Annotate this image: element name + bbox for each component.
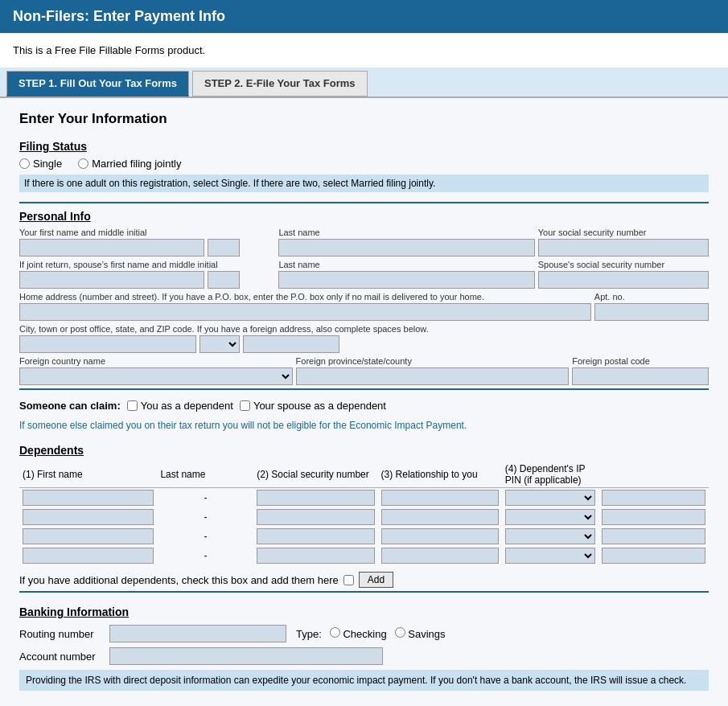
foreign-country-select[interactable] — [19, 367, 293, 385]
spouse-first-name-field: If joint return, spouse's first name and… — [19, 260, 275, 289]
dep-row-1: - — [19, 488, 709, 508]
account-input[interactable] — [109, 647, 383, 665]
routing-input[interactable] — [109, 625, 286, 642]
dep-lastname-3[interactable] — [257, 528, 374, 544]
tabs-bar: STEP 1. Fill Out Your Tax Forms STEP 2. … — [0, 68, 728, 98]
checking-label[interactable]: Checking — [330, 627, 387, 640]
last-name-input[interactable] — [278, 239, 534, 257]
dep-lastname-2[interactable] — [257, 509, 374, 525]
claim-you-checkbox[interactable] — [127, 400, 138, 411]
filing-status-hint: If there is one adult on this registrati… — [19, 174, 709, 192]
banking-label: Banking Information — [19, 605, 709, 618]
spouse-first-name-input[interactable] — [19, 271, 204, 289]
filing-status-section: Filing Status Single Married filing join… — [19, 140, 709, 203]
dep-col-ssn: (2) Social security number — [253, 462, 377, 488]
claim-you-label[interactable]: You as a dependent — [127, 400, 233, 412]
section-title: Enter Your Information — [19, 111, 709, 127]
foreign-province-input[interactable] — [296, 367, 570, 385]
dep-ssn-1[interactable] — [381, 490, 499, 506]
spouse-ssn-field: Spouse's social security number — [538, 260, 709, 289]
address-row: Home address (number and street). If you… — [19, 292, 709, 321]
address-input[interactable] — [19, 303, 591, 321]
banking-section: Banking Information Routing number Type:… — [19, 605, 709, 691]
city-input[interactable] — [19, 335, 196, 353]
dep-lastname-4[interactable] — [257, 548, 374, 564]
dep-firstname-2[interactable] — [23, 509, 154, 525]
dep-col-relationship: (3) Relationship to you — [378, 462, 502, 488]
savings-text: Savings — [408, 628, 445, 640]
foreign-postal-label: Foreign postal code — [572, 356, 709, 366]
dep-relationship-2[interactable] — [505, 509, 595, 525]
address-label: Home address (number and street). If you… — [19, 292, 591, 302]
personal-info-section: Personal Info Your first name and middle… — [19, 210, 709, 385]
claim-you-text: You as a dependent — [141, 400, 233, 412]
spouse-last-name-input[interactable] — [278, 271, 534, 289]
apt-input[interactable] — [594, 303, 709, 321]
tab-step1[interactable]: STEP 1. Fill Out Your Tax Forms — [6, 71, 189, 96]
add-dep-note: If you have additional dependents, check… — [19, 574, 339, 586]
first-name-input[interactable] — [19, 239, 204, 257]
last-name-field: Last name — [278, 228, 534, 257]
dep-pin-4[interactable] — [602, 548, 705, 564]
checking-text: Checking — [343, 628, 386, 640]
dep-row-2: - — [19, 507, 709, 527]
radio-single-label: Single — [33, 158, 62, 170]
middle-initial-input[interactable] — [208, 239, 240, 257]
radio-married-input[interactable] — [78, 158, 88, 169]
personal-info-divider — [19, 388, 709, 390]
apt-label: Apt. no. — [594, 292, 709, 302]
foreign-postal-field: Foreign postal code — [572, 356, 709, 385]
spouse-first-name-label: If joint return, spouse's first name and… — [19, 260, 275, 269]
account-label: Account number — [19, 651, 100, 663]
add-dep-checkbox[interactable] — [343, 575, 354, 585]
dep-pin-3[interactable] — [602, 528, 705, 544]
dep-col-lastname: Last name — [157, 462, 253, 488]
zip-input[interactable] — [243, 335, 339, 353]
foreign-row: Foreign country name Foreign province/st… — [19, 356, 709, 385]
radio-married[interactable]: Married filing jointly — [78, 158, 181, 170]
apt-field: Apt. no. — [594, 292, 709, 321]
state-select[interactable] — [199, 335, 240, 353]
radio-single-input[interactable] — [19, 158, 30, 169]
dep-pin-1[interactable] — [602, 490, 705, 506]
dependents-label: Dependents — [19, 444, 709, 457]
dep-relationship-1[interactable] — [505, 490, 595, 506]
foreign-postal-input[interactable] — [572, 367, 709, 385]
spouse-middle-initial-input[interactable] — [208, 271, 240, 289]
dep-row-3: - — [19, 527, 709, 546]
radio-single[interactable]: Single — [19, 158, 62, 170]
dep-relationship-4[interactable] — [505, 548, 595, 564]
account-row: Account number — [19, 647, 709, 665]
dependents-table: (1) First name Last name (2) Social secu… — [19, 462, 709, 565]
dep-ssn-2[interactable] — [381, 509, 499, 525]
name-row-2: If joint return, spouse's first name and… — [19, 260, 709, 289]
claim-spouse-checkbox[interactable] — [240, 400, 250, 411]
dep-relationship-3[interactable] — [505, 528, 595, 544]
dep-ssn-3[interactable] — [381, 528, 499, 544]
add-dep-button[interactable]: Add — [359, 572, 393, 588]
dep-col-firstname: (1) First name — [19, 462, 157, 488]
dep-lastname-1[interactable] — [257, 490, 374, 506]
subtitle-text: This is a Free File Fillable Forms produ… — [13, 44, 205, 56]
dep-ssn-4[interactable] — [381, 548, 499, 564]
page-header: Non-Filers: Enter Payment Info — [0, 0, 728, 33]
banking-divider — [19, 591, 709, 593]
savings-label[interactable]: Savings — [395, 627, 446, 640]
dep-firstname-3[interactable] — [23, 528, 154, 544]
ssn-input[interactable] — [538, 239, 709, 257]
add-dep-row: If you have additional dependents, check… — [19, 572, 709, 588]
spouse-ssn-input[interactable] — [538, 271, 709, 289]
checking-radio[interactable] — [330, 627, 340, 638]
page-title: Non-Filers: Enter Payment Info — [13, 8, 715, 25]
tab-step2[interactable]: STEP 2. E-File Your Tax Forms — [192, 71, 368, 96]
claim-spouse-label[interactable]: Your spouse as a dependent — [240, 400, 386, 412]
personal-info-label: Personal Info — [19, 210, 709, 223]
dep-pin-2[interactable] — [602, 509, 705, 525]
spouse-ssn-label: Spouse's social security number — [538, 260, 709, 269]
filing-status-radio-row: Single Married filing jointly — [19, 158, 709, 170]
savings-radio[interactable] — [395, 627, 405, 638]
name-row-1: Your first name and middle initial Last … — [19, 228, 709, 257]
dep-firstname-1[interactable] — [23, 490, 154, 506]
city-row: City, town or post office, state, and ZI… — [19, 324, 709, 353]
dep-firstname-4[interactable] — [23, 548, 154, 564]
